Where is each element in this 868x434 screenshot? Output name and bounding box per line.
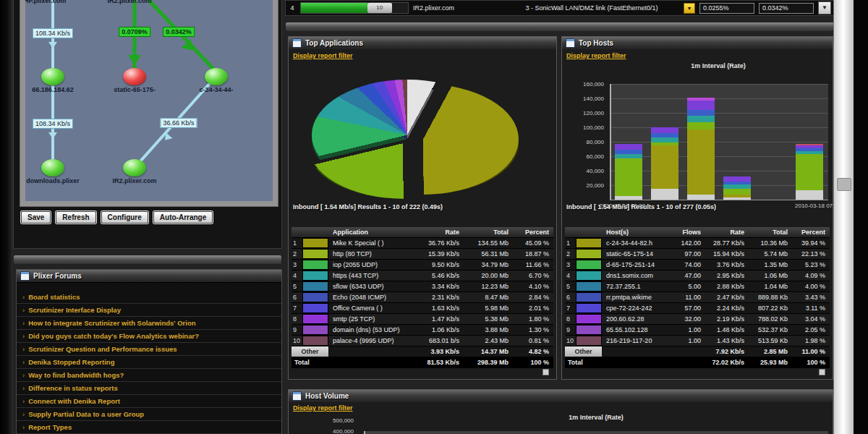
page-scrollbar-track[interactable]	[833, 0, 854, 434]
forum-topic-link[interactable]: ›How to integrate Scrutinizer with Solar…	[17, 317, 281, 330]
apps-display-report-filter-link[interactable]: Display report filter	[293, 52, 353, 59]
table-row[interactable]: 1c-24-34-44-82.h142.0028.77 Kb/s10.36 Mb…	[565, 238, 830, 249]
table-header-row: Host(s)FlowsRateTotalPercent	[565, 227, 830, 238]
value-cell: 1.30 %	[513, 325, 553, 335]
value-cell: 2.05 %	[792, 325, 830, 335]
row-dropdown-button[interactable]: ▼	[818, 1, 831, 14]
value-cell: 1.63 Kb/s	[417, 303, 464, 313]
map-node-red[interactable]	[123, 68, 146, 85]
forum-topic-list: ›Board statistics›Scrutinizer Interface …	[17, 282, 281, 434]
alarm-dropdown-icon[interactable]: ▼	[684, 3, 695, 14]
network-map-canvas[interactable]: HP.plixer.comIR2.plixer.com66.186.184.62…	[25, 0, 273, 201]
table-row[interactable]: 8smtp (25 TCP)1.47 Kb/s5.38 Mb1.80 %	[292, 314, 553, 325]
rank-color-swatch	[576, 238, 602, 248]
top-applications-pie-chart[interactable]	[299, 75, 545, 220]
map-button-save[interactable]: Save	[21, 211, 51, 224]
column-header: Percent	[513, 227, 553, 237]
table-row[interactable]: 5sflow (6343 UDP)3.34 Kb/s12.23 Mb4.10 %	[292, 281, 553, 292]
stacked-bar[interactable]	[651, 127, 678, 200]
top-applications-panel: Top Applications Display report filter I…	[288, 36, 557, 380]
table-row[interactable]: 572.37.255.15.002.88 Kb/s1.04 Mb4.00 %	[565, 281, 830, 292]
link-arrow-icon	[48, 132, 57, 139]
name-cell: smtp (25 TCP)	[328, 314, 417, 324]
value-cell: 74.00	[673, 260, 705, 270]
hosts-plot-area	[610, 84, 828, 200]
table-row[interactable]: 2http (80 TCP)15.39 Kb/s56.31 Mb18.87 %	[292, 249, 553, 260]
table-row[interactable]: 965.55.102.1281.001.48 Kb/s532.37 Kb2.05…	[565, 325, 830, 336]
header-spacer	[565, 227, 576, 237]
forum-topic-link[interactable]: ›Way to find bandwidth hogs?	[17, 369, 281, 382]
apps-resize-grip[interactable]	[542, 369, 549, 375]
name-cell: 200.60.62.28	[602, 314, 673, 324]
link-arrow-icon	[48, 42, 57, 48]
table-row[interactable]: 9domain (dns) (53 UDP)1.06 Kb/s3.88 Mb1.…	[292, 325, 553, 336]
bar-segment-green	[723, 189, 751, 195]
value-cell: 2.88 Kb/s	[705, 281, 749, 292]
forum-bullet-icon: ›	[22, 423, 25, 431]
table-row[interactable]: 1Mike K Special ( )36.76 Kb/s134.55 Mb45…	[292, 238, 553, 249]
name-cell: iop (2055 UDP)	[328, 260, 417, 270]
table-row[interactable]: 7cpe-72-224-24257.002.24 Kb/s807.22 Kb3.…	[565, 303, 830, 314]
table-row[interactable]: 2static-65-175-1497.0015.94 Kb/s5.74 Mb2…	[565, 249, 830, 260]
forum-topic-link[interactable]: ›Difference in status reports	[17, 382, 281, 395]
table-row[interactable]: 10palace-4 (9995 UDP)683.01 b/s2.43 Mb0.…	[292, 336, 553, 346]
rank-cell: 3	[292, 260, 302, 270]
horizontal-splitter-left[interactable]	[13, 255, 282, 265]
stacked-bar[interactable]	[615, 144, 642, 200]
hosts-panel-body: Display report filter 1m Interval (Rate)…	[562, 49, 833, 379]
page-scrollbar-thumb[interactable]	[837, 178, 851, 191]
forum-topic-link[interactable]: ›Connect with Denika Report	[17, 395, 281, 408]
other-value: 3.93 Kb/s	[417, 346, 464, 357]
bar-segment-teal	[796, 151, 823, 154]
forum-bullet-icon: ›	[22, 306, 25, 314]
value-cell: 3.88 Mb	[464, 325, 513, 335]
forum-topic-link[interactable]: ›Denika Stopped Reporting	[17, 356, 281, 369]
map-node-green[interactable]	[41, 159, 64, 176]
table-row[interactable]: 3iop (2055 UDP)9.50 Kb/s34.79 Mb11.66 %	[292, 260, 553, 271]
forum-topic-link[interactable]: ›Scrutinizer Question and Performance is…	[17, 343, 281, 356]
table-row[interactable]: 6rr.pmtpa.wikime11.002.47 Kb/s889.88 Kb3…	[565, 292, 830, 303]
rank-color-swatch	[302, 271, 328, 281]
pie-slice-http-80-tcp-[interactable]	[307, 88, 498, 199]
hosts-display-report-filter-link[interactable]: Display report filter	[566, 52, 626, 59]
total-label: Total	[292, 357, 417, 367]
forum-topic-link[interactable]: ›Supply Partial Data to a user Group	[17, 408, 281, 421]
forum-topic-link[interactable]: ›Did you guys catch today's Flow Analyti…	[17, 330, 281, 343]
other-value: 4.82 %	[513, 346, 553, 357]
interface-status-row[interactable]: 4 10 IR2.plixer.com 3 - SonicWall LAN/DM…	[285, 0, 835, 16]
forum-topic-link[interactable]: ›Report Types	[17, 421, 281, 434]
table-row[interactable]: 8200.60.62.2832.002.19 Kb/s788.02 Kb3.04…	[565, 314, 830, 325]
map-node-green[interactable]	[205, 68, 228, 85]
table-row[interactable]: 7Office Camera ( )1.63 Kb/s5.98 Mb2.01 %	[292, 303, 553, 314]
apps-panel-body: Display report filter Inbound [ 1.54 Mb/…	[289, 49, 556, 379]
table-row[interactable]: 4dns1.somix.com47.002.95 Kb/s1.06 Mb4.09…	[565, 271, 830, 281]
stacked-bar[interactable]	[723, 176, 751, 200]
map-button-auto-arrange[interactable]: Auto-Arrange	[153, 211, 213, 224]
map-button-refresh[interactable]: Refresh	[56, 211, 95, 224]
name-cell: 65.55.102.128	[602, 325, 673, 335]
horizontal-splitter-right[interactable]	[285, 22, 835, 32]
table-row[interactable]: 3d-65-175-251-1474.003.76 Kb/s1.35 Mb5.2…	[565, 260, 830, 271]
table-row[interactable]: 6Echo (2048 ICMP)2.31 Kb/s8.47 Mb2.84 %	[292, 292, 553, 303]
bar-segment-purple	[615, 144, 642, 150]
forum-topic-link[interactable]: ›Board statistics	[17, 291, 281, 304]
hosts-resize-grip[interactable]	[819, 369, 825, 375]
table-row[interactable]: 4https (443 TCP)5.46 Kb/s20.00 Mb6.70 %	[292, 271, 553, 281]
total-label: Total	[565, 357, 705, 367]
map-node-green[interactable]	[123, 159, 146, 176]
map-node-green[interactable]	[41, 68, 64, 85]
stacked-bar[interactable]	[796, 144, 823, 200]
value-cell: 11.00	[673, 292, 705, 302]
map-button-configure[interactable]: Configure	[101, 211, 148, 224]
table-row[interactable]: 10216-219-117-201.001.43 Kb/s513.59 Kb1.…	[565, 336, 830, 346]
name-cell: domain (dns) (53 UDP)	[328, 325, 417, 335]
name-cell: static-65-175-14	[602, 249, 673, 259]
hv-ytick: 400,000	[318, 428, 354, 434]
forum-topic-link[interactable]: ›Scrutinizer Interface Display	[17, 304, 281, 317]
stacked-bar[interactable]	[687, 98, 715, 200]
column-header: Rate	[705, 227, 749, 237]
plixer-forums-panel: Plixer Forums ›Board statistics›Scrutini…	[16, 269, 282, 434]
hv-display-report-filter-link[interactable]: Display report filter	[293, 404, 353, 412]
value-cell: 4.09 %	[792, 271, 830, 281]
value-cell: 4.00 %	[792, 281, 830, 292]
